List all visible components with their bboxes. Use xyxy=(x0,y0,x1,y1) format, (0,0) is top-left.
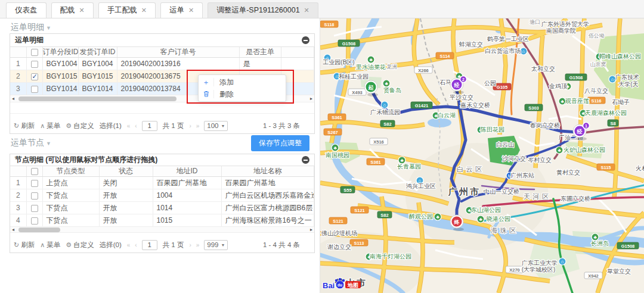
table-cell: 广州海珠区榕景路16号之一 xyxy=(221,214,314,227)
table-cell: BGY1014 xyxy=(42,83,78,95)
map-label: 东圃立交桥 xyxy=(561,195,590,202)
empty-row xyxy=(10,102,314,114)
svg-text:⌂: ⌂ xyxy=(336,74,339,79)
tab-运单[interactable]: 运单✕ xyxy=(160,2,203,18)
road-badge-G1421: G1421 xyxy=(411,102,432,108)
close-icon[interactable]: ✕ xyxy=(304,7,309,14)
page-input[interactable] xyxy=(142,121,157,131)
row-checkbox[interactable] xyxy=(31,217,38,225)
map-label: 陈田花园 xyxy=(481,126,504,133)
svg-text:S361: S361 xyxy=(332,115,342,120)
scroll-left-icon[interactable]: ◂ xyxy=(10,227,16,232)
first-page-button[interactable]: « xyxy=(127,242,130,248)
prev-page-button[interactable]: ‹ xyxy=(135,123,136,129)
map-label: 海珠区 xyxy=(491,227,519,234)
map-label: 广州东站 xyxy=(510,172,534,179)
row-checkbox[interactable] xyxy=(31,86,38,93)
svg-text:Bai: Bai xyxy=(323,281,335,290)
tab-手工配载[interactable]: 手工配载✕ xyxy=(98,2,156,18)
select-all-checkbox[interactable] xyxy=(31,49,38,56)
park-icon: ♣ xyxy=(556,146,563,154)
table-cell: BGY1014 xyxy=(78,83,117,95)
row-checkbox[interactable] xyxy=(31,205,38,212)
app-window: { "tabs": [ {"label":"仪表盘","closable":fa… xyxy=(0,0,644,293)
tab-label: 运单 xyxy=(169,5,184,15)
svg-text:X270: X270 xyxy=(509,267,520,273)
table-row[interactable]: 1上货点关闭百果园广州基地百果园广州基地 xyxy=(10,177,314,189)
menu-button[interactable]: ∧菜单 xyxy=(40,241,60,250)
baidu-map[interactable]: G1508S118X266X493S114G1421S82S361S267X51… xyxy=(320,18,644,293)
save-node-adjust-button[interactable]: 保存节点调整 xyxy=(251,135,309,151)
table-row[interactable]: 1BGY1004BGY1004201904020013916是 xyxy=(10,58,314,70)
customize-button[interactable]: ⚙自定义 xyxy=(66,241,94,250)
scroll-right-icon[interactable]: ▸ xyxy=(308,227,314,232)
svg-text:S113: S113 xyxy=(354,241,364,246)
scrollbar-thumb[interactable] xyxy=(18,96,177,101)
map-label: 嘉禾立交桥 xyxy=(460,102,490,108)
road-badge-X266: X266 xyxy=(414,67,432,73)
table-row[interactable]: 2下货点开放1004广州白云区机场西乐嘉路金逸 xyxy=(10,189,314,202)
last-page-button[interactable]: » xyxy=(196,123,199,129)
menu-item-add[interactable]: ＋添加 xyxy=(199,76,286,88)
road-badge-S121: S121 xyxy=(351,207,369,213)
map-label: 广禾物流园 xyxy=(370,109,400,116)
customize-button[interactable]: ⚙自定义 xyxy=(66,121,94,130)
row-checkbox[interactable] xyxy=(31,192,38,200)
close-icon[interactable]: ✕ xyxy=(79,7,85,14)
svg-text:G1508: G1508 xyxy=(569,75,583,80)
scrollbar-thumb[interactable] xyxy=(18,227,60,232)
node-pager: ↻刷新∧菜单⚙自定义选择(0)«‹共 1 页›»999▼1 - 4 共 4 条 xyxy=(10,237,314,253)
waybill-section-title[interactable]: 运单明细▼ xyxy=(11,22,51,33)
collapse-icon[interactable] xyxy=(302,36,309,44)
scroll-left-icon[interactable]: ◂ xyxy=(10,96,16,101)
svg-text:S114: S114 xyxy=(439,54,450,59)
map-container[interactable]: G1508S118X266X493S114G1421S82S361S267X51… xyxy=(320,18,644,293)
table-cell: 广州白云区富力桃源园B6层 xyxy=(221,202,314,214)
left-pane: 运单明细▼ 运单明细 订单分段ID发货订单ID客户订单号是否主单1BGY1004… xyxy=(0,18,320,293)
page-count-label: 共 1 页 xyxy=(163,241,184,250)
row-checkbox[interactable] xyxy=(31,73,38,80)
scroll-right-icon[interactable]: ▸ xyxy=(308,96,314,101)
first-page-button[interactable]: « xyxy=(127,123,130,129)
map-label: 佛山沙堤机场 xyxy=(321,230,357,236)
refresh-button[interactable]: ↻刷新 xyxy=(14,241,35,250)
waybill-pager: ↻刷新∧菜单⚙自定义选择(1)«‹共 1 页›»100▼1 - 3 共 3 条 xyxy=(10,118,314,133)
next-page-button[interactable]: › xyxy=(189,123,190,129)
row-checkbox[interactable] xyxy=(31,180,38,187)
menu-item-label: 删除 xyxy=(219,89,234,99)
svg-text:S118: S118 xyxy=(324,22,334,27)
row-checkbox[interactable] xyxy=(31,61,38,68)
table-cell: 是 xyxy=(239,58,281,70)
close-icon[interactable]: ✕ xyxy=(188,7,194,14)
table-row[interactable]: 3下货点开放1014广州白云区富力桃源园B6层 xyxy=(10,202,314,214)
page-size-select[interactable]: 100▼ xyxy=(204,121,228,131)
tab-配载[interactable]: 配载✕ xyxy=(51,2,94,18)
map-label: 天河区 xyxy=(524,193,552,200)
page-size-select[interactable]: 999▼ xyxy=(204,240,228,250)
road-badge-S361: S361 xyxy=(367,158,385,165)
close-icon[interactable]: ✕ xyxy=(141,7,147,14)
svg-text:⌂: ⌂ xyxy=(383,102,386,108)
last-page-button[interactable]: » xyxy=(196,242,199,248)
select-all-checkbox[interactable] xyxy=(31,168,38,175)
page-input[interactable] xyxy=(142,240,157,250)
map-label: 白云山 xyxy=(496,141,514,148)
menu-item-delete[interactable]: 删除 xyxy=(199,88,286,100)
table-cell: 百果园广州基地 xyxy=(221,177,314,189)
node-hscrollbar[interactable]: ◂ ▸ xyxy=(10,227,314,233)
table-row[interactable]: 4下货点开放1015广州海珠区榕景路16号之一 xyxy=(10,214,314,227)
tab-调整运单-SP1911260001[interactable]: 调整运单-SP1911260001✕ xyxy=(208,2,318,18)
collapse-icon[interactable] xyxy=(302,156,309,164)
table-header-row: 节点类型状态地址ID地址名称 xyxy=(10,166,314,177)
svg-text:♣: ♣ xyxy=(479,217,482,222)
refresh-button[interactable]: ↻刷新 xyxy=(14,121,35,130)
prev-page-button[interactable]: ‹ xyxy=(135,242,136,248)
menu-button[interactable]: ∧菜单 xyxy=(40,121,60,130)
svg-text:S55: S55 xyxy=(343,188,351,193)
next-page-button[interactable]: › xyxy=(189,242,190,248)
tab-仪表盘[interactable]: 仪表盘 xyxy=(6,2,47,18)
tab-label: 调整运单-SP1911260001 xyxy=(216,5,299,15)
park-icon: ♣ xyxy=(332,144,339,151)
table-cell: BGY1004 xyxy=(78,58,117,70)
column-header: 地址名称 xyxy=(221,166,314,177)
